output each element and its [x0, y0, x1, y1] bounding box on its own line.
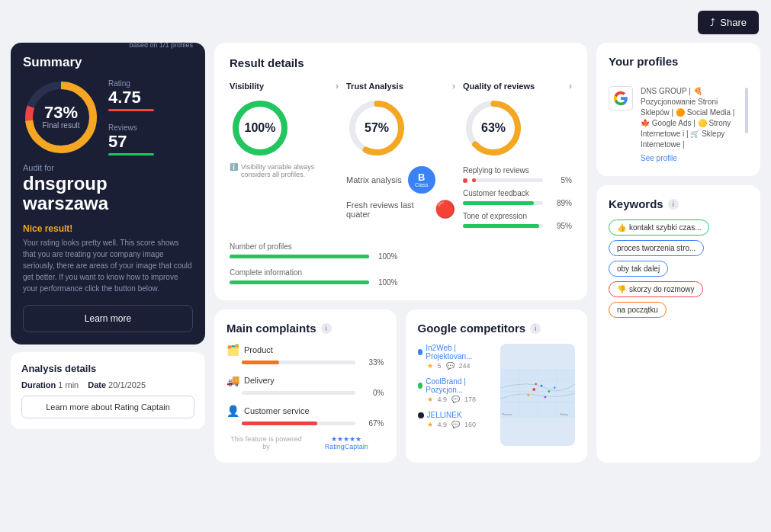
product-pct: 33% — [360, 358, 384, 367]
complaint-delivery: 🚚 Delivery 0% — [226, 374, 384, 397]
trust-label: Trust Analysis — [346, 82, 403, 91]
powered-by: This feature is powered by ★★★★★ RatingC… — [226, 435, 384, 450]
svg-point-17 — [540, 385, 542, 387]
share-button[interactable]: ⤴ Share — [698, 11, 759, 34]
scroll-indicator — [745, 88, 748, 133]
learn-more-captain-button[interactable]: Learn more about Rating Captain — [21, 396, 194, 418]
keyword-text-3: skorzy do rozmowy — [629, 285, 695, 293]
keywords-grid: 👍 kontakt szybki czas... proces tworzeni… — [609, 220, 748, 318]
customer-service-label: Customer service — [244, 406, 310, 415]
competitor-1: CoolBrand | Pozycjon... ★ 4.9 💬 178 — [418, 377, 493, 403]
profile-item: DNS GROUP | 🍕 Pozycjonowanie Stroni Skle… — [609, 86, 740, 164]
svg-text:Rating: Rating — [560, 413, 567, 416]
competitor-1-rating: 4.9 — [438, 396, 448, 403]
company-line2: warszawa — [23, 194, 193, 213]
svg-point-20 — [544, 396, 546, 398]
competitor-2-rating: 4.9 — [438, 421, 448, 428]
nice-result-title: Nice result! — [23, 223, 193, 234]
keyword-tag-1[interactable]: proces tworzenia stro... — [609, 240, 704, 256]
learn-more-button[interactable]: Learn more — [23, 305, 193, 332]
complaint-product: 🗂️ Product 33% — [226, 344, 384, 367]
company-line1: dnsgroup — [23, 174, 193, 194]
trust-block: Trust Analysis › 57% Matrix analysis — [346, 80, 455, 230]
visibility-chevron[interactable]: › — [336, 80, 339, 91]
replying-pct: 5% — [548, 176, 572, 184]
competitor-1-reviews: 178 — [464, 396, 476, 403]
final-pct: 73% — [43, 104, 80, 121]
keyword-tag-2[interactable]: oby tak dalej — [609, 261, 668, 277]
complete-info-pct: 100% — [374, 278, 398, 287]
keywords-info-icon[interactable]: i — [668, 199, 679, 210]
product-bar-fill — [242, 361, 279, 364]
visibility-block: Visibility › 100% ℹ️ Visibility variable… — [230, 80, 339, 230]
score-donut: 73% Final result — [23, 79, 99, 155]
delivery-pct: 0% — [360, 389, 384, 397]
keywords-card: Keywords i 👍 kontakt szybki czas... proc… — [596, 185, 760, 463]
nice-result-text: Your rating looks pretty well. This scor… — [23, 237, 193, 294]
competitor-0: In2Web | Projektovan... ★ 5 💬 244 — [418, 344, 493, 370]
competitors-inner: In2Web | Projektovan... ★ 5 💬 244 — [418, 344, 576, 446]
competitor-2-reviews: 160 — [464, 421, 476, 428]
bottom-row: Main complaints i 🗂️ Product 33% 🚚 Deliv — [214, 309, 587, 463]
profile-text: DNS GROUP | 🍕 Pozycjonowanie Stroni Skle… — [641, 86, 740, 150]
analysis-row: Duration 1 min Date 20/1/2025 — [21, 380, 194, 389]
quality-chevron[interactable]: › — [569, 80, 572, 91]
quality-circle: 63% — [463, 98, 524, 159]
replying-dot — [463, 178, 467, 183]
trust-sub-items: Matrix analysis B Class Fresh reviews la… — [346, 166, 455, 220]
quality-sub-items: Replying to reviews 5% Customer feedback… — [463, 166, 572, 230]
keywords-title: Keywords — [609, 197, 663, 210]
summary-title: Summary — [23, 55, 82, 70]
date-label: Date — [88, 380, 106, 389]
nice-result-section: Nice result! Your rating looks pretty we… — [23, 223, 193, 294]
keyword-tag-4[interactable]: na początku — [609, 302, 667, 318]
competitor-1-name[interactable]: CoolBrand | Pozycjon... — [426, 377, 493, 394]
delivery-label: Delivery — [244, 376, 275, 385]
competitor-list: In2Web | Projektovan... ★ 5 💬 244 — [418, 344, 493, 446]
google-logo — [609, 86, 633, 111]
replying-label: Replying to reviews — [463, 166, 572, 175]
profiles-pct: 100% — [374, 252, 398, 261]
see-profile-link[interactable]: See profile — [641, 154, 677, 162]
quality-pct: 63% — [481, 121, 506, 135]
keyword-tag-3[interactable]: 👎 skorzy do rozmowy — [609, 281, 703, 297]
tone-bar-fill — [463, 224, 539, 228]
keyword-emoji-3: 👎 — [617, 285, 626, 293]
competitor-2-review-icon: 💬 — [451, 421, 460, 428]
reviews-label: Reviews — [108, 123, 154, 132]
svg-point-19 — [527, 394, 529, 396]
competitor-2-name[interactable]: JELLINEK — [427, 411, 462, 419]
competitors-card: Google competitors i In2Web | Projektova… — [406, 309, 588, 463]
competitors-info-icon[interactable]: i — [530, 323, 541, 334]
share-icon: ⤴ — [710, 17, 715, 28]
complete-info-item: Complete information 100% — [230, 268, 398, 287]
customer-service-icon: 👤 — [226, 405, 239, 417]
duration-value: 1 min — [58, 380, 79, 389]
profiles-bar-fill — [230, 255, 369, 258]
complaints-info-icon[interactable]: i — [321, 323, 332, 334]
keyword-text-2: oby tak dalej — [617, 264, 660, 273]
complete-info-label: Complete information — [230, 268, 398, 277]
competitor-1-review-icon: 💬 — [451, 396, 460, 403]
competitor-1-dot — [418, 383, 423, 389]
competitor-0-rating: 5 — [438, 362, 442, 370]
profiles-card: Your profiles DNS GROU — [596, 43, 760, 176]
tone-label: Tone of expression — [463, 212, 572, 220]
profiles-title: Your profiles — [609, 55, 748, 68]
trust-pct: 57% — [365, 121, 389, 135]
svg-point-22 — [554, 386, 555, 388]
customer-bar-fill — [242, 421, 317, 425]
keyword-emoji-0: 👍 — [617, 223, 626, 232]
trust-chevron[interactable]: › — [452, 80, 455, 91]
delivery-icon: 🚚 — [226, 374, 239, 386]
keyword-tag-0[interactable]: 👍 kontakt szybki czas... — [609, 220, 709, 236]
competitors-title: Google competitors — [418, 322, 526, 335]
competitor-0-name[interactable]: In2Web | Projektovan... — [426, 344, 493, 361]
reviews-bar — [108, 153, 154, 155]
competitor-2: JELLINEK ★ 4.9 💬 160 — [418, 411, 493, 428]
svg-point-21 — [535, 383, 536, 384]
rating-label: Rating — [108, 79, 154, 88]
complaints-title: Main complaints — [226, 322, 316, 335]
duration-label: Duration — [21, 380, 56, 389]
based-on-text: based on 1/1 profiles — [129, 41, 193, 50]
